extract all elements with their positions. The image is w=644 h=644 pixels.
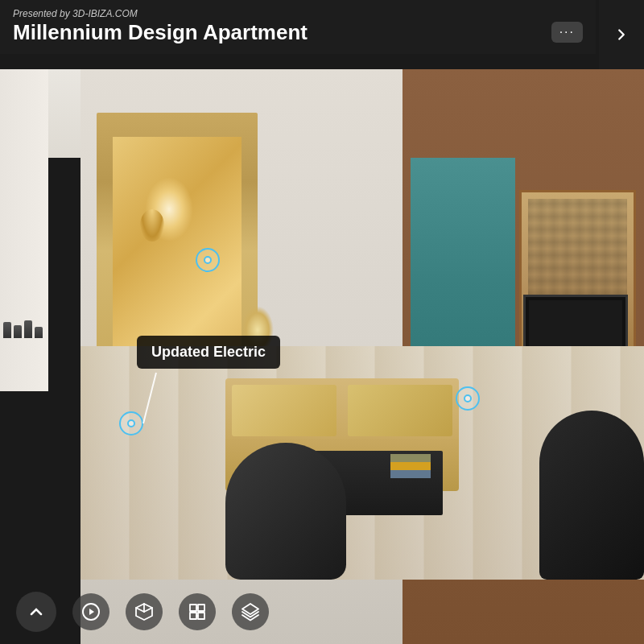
shelf-items (3, 314, 45, 338)
hotspot-inner-icon (464, 394, 472, 402)
page-title: Millennium Design Apartment (13, 21, 308, 44)
shelf-item (24, 320, 32, 338)
3d-view-button[interactable] (126, 593, 163, 630)
shelf-item (3, 322, 11, 338)
hotspot-right[interactable] (456, 386, 480, 411)
table-books (390, 454, 435, 478)
play-button[interactable] (72, 593, 109, 630)
up-button[interactable] (16, 592, 56, 632)
chair-right (539, 394, 644, 580)
chair-right-body (539, 411, 644, 580)
header-title-row: Millennium Design Apartment ··· (13, 21, 583, 44)
hotspot-active[interactable] (119, 411, 143, 436)
floorplan-button[interactable] (179, 593, 216, 630)
hotspot-inner-icon (204, 256, 212, 264)
sofa-cushion (348, 385, 452, 436)
hotspot-top[interactable] (196, 248, 220, 272)
layers-button[interactable] (232, 593, 269, 630)
toolbar (0, 580, 644, 644)
3d-box-icon (134, 602, 154, 621)
svg-rect-4 (198, 605, 204, 611)
svg-marker-2 (89, 609, 94, 615)
chair-left (225, 419, 354, 580)
wall-light-icon (140, 209, 164, 242)
book (390, 462, 431, 470)
back-button[interactable] (599, 0, 644, 69)
more-options-button[interactable]: ··· (551, 22, 583, 43)
scene: Updated Electric Presented by 3D-IBIZA.C… (0, 0, 644, 644)
play-icon (81, 602, 101, 621)
chair-left-body (225, 443, 346, 580)
layers-icon (241, 602, 260, 621)
book (390, 454, 431, 462)
svg-rect-3 (190, 605, 196, 611)
book (390, 470, 431, 478)
chevron-up-icon (27, 602, 46, 621)
left-shelf (0, 69, 48, 391)
floorplan-icon (188, 602, 207, 621)
chevron-right-icon (613, 26, 630, 43)
hotspot-inner-icon (127, 419, 135, 427)
svg-rect-5 (190, 613, 196, 619)
shelf-item (14, 325, 22, 338)
header: Presented by 3D-IBIZA.COM Millennium Des… (0, 0, 596, 54)
svg-rect-6 (198, 613, 204, 619)
shelf-item (35, 327, 43, 338)
presented-by-label: Presented by 3D-IBIZA.COM (13, 8, 583, 19)
